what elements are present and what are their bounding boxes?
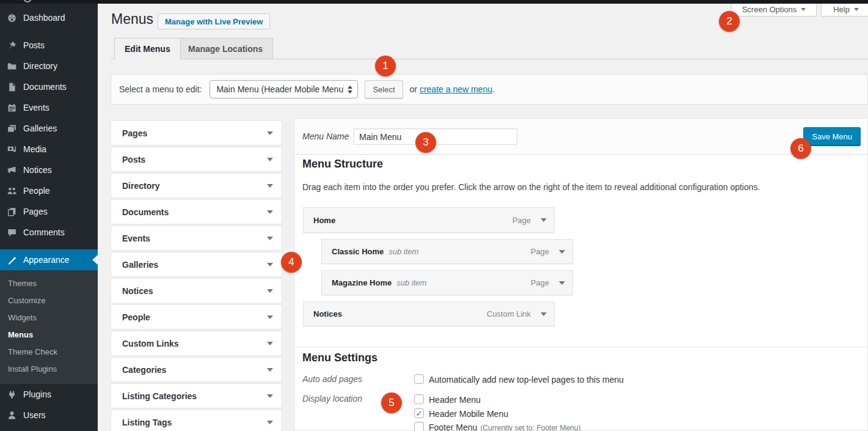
user-icon [5, 409, 18, 421]
sub-item-badge: sub item [388, 247, 418, 256]
admin-sidebar: Dashboard Posts Directory Documents Even… [0, 4, 98, 431]
menu-structure-description: Drag each item into the order you prefer… [302, 182, 760, 192]
chevron-down-icon[interactable] [559, 250, 565, 254]
auto-add-pages-checkbox[interactable] [414, 374, 424, 384]
chevron-down-icon [267, 421, 273, 424]
header-mobile-menu-checkbox[interactable]: ✓ [414, 408, 424, 418]
sidebar-item-label: Media [23, 144, 46, 154]
megaphone-icon [5, 164, 18, 176]
footer-menu-checkbox[interactable] [414, 422, 424, 431]
submenu-item-themes[interactable]: Themes [0, 275, 98, 292]
chevron-down-icon[interactable] [559, 281, 565, 285]
accordion-notices[interactable]: Notices [111, 278, 282, 303]
menu-item-notices[interactable]: Notices Custom Link [303, 301, 555, 326]
menu-select-dropdown[interactable]: Main Menu (Header Mobile Menu) [210, 80, 358, 98]
select-button[interactable]: Select [365, 80, 403, 98]
accordion-posts[interactable]: Posts [111, 147, 282, 172]
chevron-down-icon [267, 263, 273, 267]
menu-name-label: Menu Name [302, 131, 349, 141]
sidebar-item-people[interactable]: People [0, 180, 98, 201]
screen-options-button[interactable]: Screen Options [731, 3, 817, 17]
sidebar-item-events[interactable]: Events [0, 97, 98, 118]
sidebar-item-label: People [23, 186, 50, 196]
sidebar-item-partial[interactable] [0, 425, 98, 431]
tab-manage-locations[interactable]: Manage Locations [178, 38, 273, 59]
annotation-circle-5: 5 [381, 392, 402, 413]
document-icon [5, 81, 18, 93]
pages-icon [5, 205, 18, 218]
calendar-icon [5, 101, 18, 114]
appearance-submenu: Themes Customize Widgets Menus Theme Che… [0, 270, 98, 384]
sidebar-item-documents[interactable]: Documents [0, 76, 98, 97]
sidebar-item-media[interactable]: Media [0, 139, 98, 160]
sub-item-badge: sub item [396, 278, 426, 287]
check-icon: ✓ [415, 409, 423, 418]
annotation-circle-2: 2 [719, 11, 740, 32]
submenu-item-widgets[interactable]: Widgets [0, 309, 98, 326]
display-location-label: Display location [302, 394, 362, 403]
footer-menu-note: (Currently set to: Footer Menu) [480, 424, 580, 431]
auto-add-pages-checkbox-label: Automatically add new top-level pages to… [429, 375, 624, 385]
chevron-down-icon [267, 237, 273, 240]
sidebar-item-label: Pages [23, 207, 48, 216]
pin-icon [5, 39, 18, 51]
accordion-categories[interactable]: Categories [111, 357, 282, 382]
sidebar-item-plugins[interactable]: Plugins [0, 384, 98, 405]
sidebar-item-users[interactable]: Users [0, 405, 98, 425]
accordion-events[interactable]: Events [111, 226, 282, 251]
media-icon [5, 143, 18, 155]
chevron-down-icon [267, 315, 273, 319]
sidebar-item-comments[interactable]: Comments [0, 222, 98, 243]
manage-with-live-preview-button[interactable]: Manage with Live Preview [158, 13, 270, 29]
chevron-down-icon[interactable] [541, 312, 547, 316]
accordion-listing-categories[interactable]: Listing Categories [111, 383, 282, 408]
sidebar-item-galleries[interactable]: Galleries [0, 118, 98, 139]
sidebar-item-directory[interactable]: Directory [0, 56, 98, 76]
select-menu-label: Select a menu to edit: [119, 84, 202, 94]
or-create-text: or create a new menu. [410, 84, 495, 94]
header-menu-checkbox[interactable] [414, 394, 424, 404]
sidebar-item-appearance[interactable]: Appearance [0, 249, 98, 270]
wordpress-logo-icon [23, 0, 32, 2]
accordion-people[interactable]: People [111, 304, 282, 330]
sidebar-item-pages[interactable]: Pages [0, 201, 98, 222]
sidebar-item-dashboard[interactable]: Dashboard [0, 7, 98, 28]
menu-item-classic-home[interactable]: Classic Home sub item Page [321, 239, 573, 264]
accordion-documents[interactable]: Documents [111, 199, 282, 224]
submenu-item-menus[interactable]: Menus [0, 326, 98, 344]
folder-icon [5, 60, 18, 72]
people-icon [5, 185, 18, 197]
accordion-directory[interactable]: Directory [111, 173, 282, 198]
accordion-custom-links[interactable]: Custom Links [111, 331, 282, 356]
accordion-galleries[interactable]: Galleries [111, 252, 282, 277]
chevron-down-icon [854, 8, 859, 11]
tab-edit-menus[interactable]: Edit Menus [114, 38, 181, 59]
menu-item-magazine-home[interactable]: Magazine Home sub item Page [321, 270, 573, 295]
comment-icon [5, 226, 18, 238]
admin-bar [0, 0, 868, 4]
chevron-down-icon [267, 368, 273, 372]
help-label: Help [833, 5, 850, 14]
chevron-down-icon [267, 158, 273, 161]
help-button[interactable]: Help [821, 3, 868, 17]
sidebar-item-label: Dashboard [23, 13, 65, 23]
menu-item-home[interactable]: Home Page [303, 207, 555, 233]
submenu-item-install-plugins[interactable]: Install Plugins [0, 361, 98, 378]
chevron-down-icon [801, 8, 806, 11]
chevron-down-icon [267, 342, 273, 345]
create-new-menu-link[interactable]: create a new menu [420, 84, 492, 94]
submenu-item-customize[interactable]: Customize [0, 292, 98, 309]
save-menu-button[interactable]: Save Menu [803, 127, 861, 146]
sidebar-item-label: Galleries [23, 123, 57, 133]
sidebar-item-label: Plugins [23, 389, 51, 399]
sidebar-item-posts[interactable]: Posts [0, 35, 98, 56]
sidebar-item-label: Comments [23, 227, 65, 237]
chevron-down-icon [267, 394, 273, 398]
chevron-down-icon[interactable] [541, 218, 547, 222]
accordion-pages[interactable]: Pages [111, 120, 282, 146]
sidebar-item-notices[interactable]: Notices [0, 160, 98, 180]
accordion-listing-tags[interactable]: Listing Tags [111, 410, 282, 431]
brush-icon [5, 254, 18, 266]
sidebar-item-label: Appearance [23, 255, 70, 265]
submenu-item-theme-check[interactable]: Theme Check [0, 344, 98, 361]
